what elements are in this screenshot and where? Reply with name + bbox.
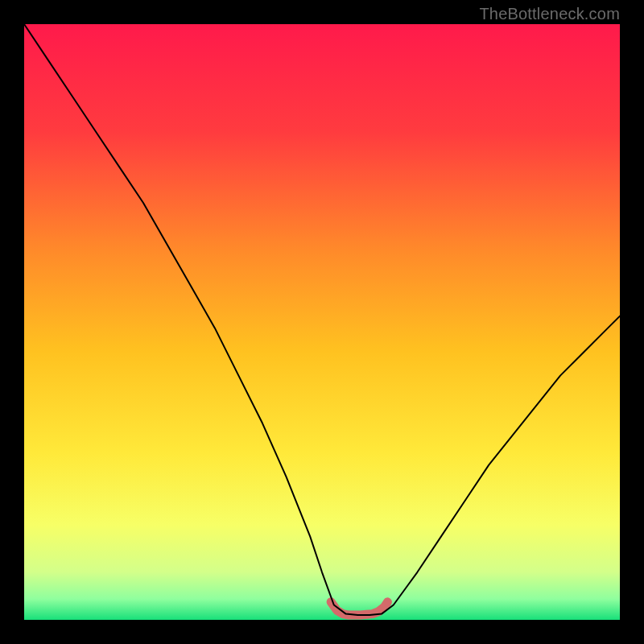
- watermark-text: TheBottleneck.com: [479, 5, 620, 23]
- plot-area: [24, 24, 620, 620]
- curve-layer: [24, 24, 620, 620]
- chart-frame: TheBottleneck.com: [0, 0, 644, 644]
- bottleneck-curve-path: [24, 24, 620, 615]
